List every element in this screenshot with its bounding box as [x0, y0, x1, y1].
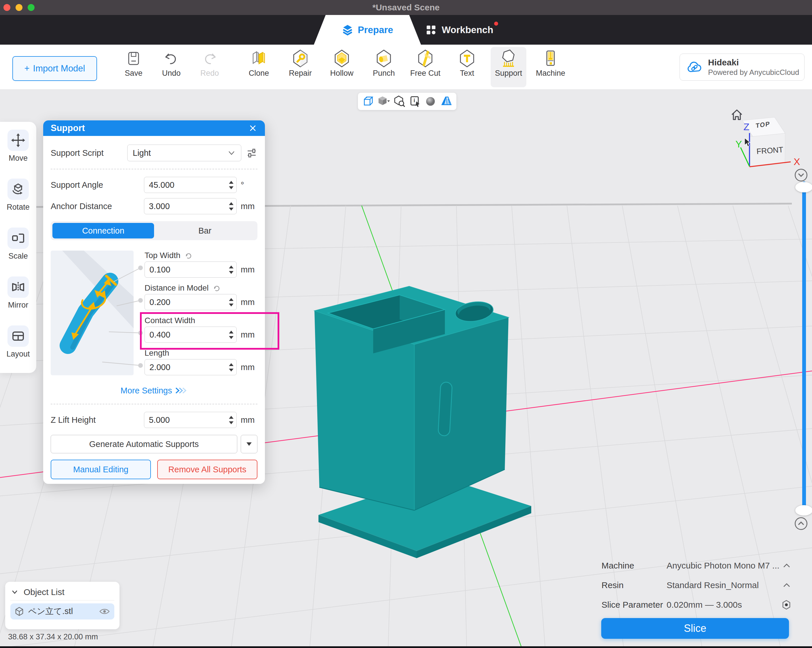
chevron-up-icon — [795, 518, 806, 529]
undo-icon — [162, 49, 180, 68]
text-icon — [458, 49, 476, 68]
sidebar-item-layout[interactable]: Layout — [0, 326, 36, 359]
resin-value: Standard Resin_Normal — [667, 580, 782, 590]
toolbar-undo[interactable]: Undo — [153, 47, 189, 87]
sidebar-item-move[interactable]: Move — [0, 130, 36, 163]
clone-icon — [250, 49, 268, 68]
sidebar-item-scale[interactable]: Scale — [0, 228, 36, 261]
visibility-eye-icon[interactable] — [99, 607, 110, 616]
model-dimensions: 38.68 x 37.34 x 20.00 mm — [8, 633, 98, 641]
free-cut-icon — [416, 49, 435, 68]
window-bottom-edge — [0, 646, 812, 648]
repair-icon — [291, 49, 310, 68]
support-dialog-header[interactable]: Support — [43, 121, 265, 136]
perspective-view-icon[interactable] — [362, 95, 374, 108]
more-settings-link[interactable]: More Settings — [51, 385, 257, 396]
object-list-header[interactable]: Object List — [11, 586, 114, 599]
resin-row[interactable]: Resin Standard Resin_Normal — [601, 579, 792, 591]
toolbar-machine[interactable]: Machine — [533, 47, 568, 87]
toolbar-hollow[interactable]: Hollow — [324, 47, 360, 87]
parameter-settings-icon[interactable] — [781, 600, 792, 610]
sidebar-item-mirror[interactable]: Mirror — [0, 277, 36, 310]
clip-slider-track[interactable] — [802, 182, 806, 515]
generate-options-dropdown[interactable] — [241, 435, 257, 453]
save-icon — [124, 49, 143, 68]
chevron-up-icon — [782, 562, 792, 569]
toolbar-support[interactable]: Support — [491, 47, 527, 87]
anchor-distance-input[interactable]: 3.000 — [144, 198, 237, 214]
model-info-icon[interactable]: i — [409, 95, 421, 108]
top-width-field: Top Width 0.100 mm — [145, 251, 257, 278]
z-lift-height-input[interactable]: 5.000 — [144, 412, 237, 428]
import-model-button[interactable]: + Import Model — [12, 56, 97, 81]
toolbar-clone[interactable]: Clone — [241, 47, 277, 87]
clip-collapse-button[interactable] — [795, 169, 807, 182]
z-lift-height-row: Z Lift Height 5.000 mm — [51, 412, 257, 428]
zoom-to-model-icon[interactable] — [393, 95, 406, 108]
z-lift-height-unit: mm — [237, 415, 257, 425]
spinner-buttons[interactable] — [229, 294, 234, 310]
mouse-cursor — [744, 138, 751, 147]
transparency-view-icon[interactable] — [440, 95, 453, 108]
account-card[interactable]: Hideaki Powered by AnycubicCloud — [679, 53, 804, 81]
zoom-window-button[interactable] — [27, 4, 35, 11]
view-cube-gizmo[interactable]: TOP FRONT Z Y X — [726, 95, 812, 182]
slice-parameter-row[interactable]: Slice Parameter 0.020mm — 3.000s — [601, 599, 792, 611]
tab-workbench[interactable]: Workbench — [426, 15, 493, 44]
redo-icon — [200, 49, 219, 68]
slice-button[interactable]: Slice — [601, 618, 789, 639]
reset-icon[interactable] — [184, 251, 192, 260]
divider — [51, 404, 257, 404]
clip-expand-button[interactable] — [795, 517, 807, 530]
spinner-buttons[interactable] — [229, 359, 234, 375]
spinner-buttons[interactable] — [229, 262, 234, 277]
support-dialog-title: Support — [51, 123, 248, 133]
tab-bar[interactable]: Bar — [154, 223, 256, 238]
material-sphere-icon[interactable] — [424, 95, 437, 108]
spinner-buttons[interactable] — [229, 199, 234, 214]
svg-text:i: i — [414, 97, 415, 103]
machine-label: Machine — [601, 561, 667, 570]
top-width-input[interactable]: 0.100 — [145, 261, 237, 278]
plus-icon: + — [24, 63, 29, 74]
object-list-item[interactable]: ペン立て.stl — [11, 604, 114, 619]
anchor-distance-label: Anchor Distance — [51, 202, 144, 211]
anchor-distance-unit: mm — [237, 202, 257, 211]
tab-connection[interactable]: Connection — [52, 223, 154, 238]
toolbar-save[interactable]: Save — [116, 47, 151, 87]
chevron-up-icon — [782, 582, 792, 589]
sidebar-item-rotate[interactable]: Rotate — [0, 179, 36, 212]
spinner-buttons[interactable] — [229, 177, 234, 193]
resin-label: Resin — [601, 580, 667, 590]
toolbar-free-cut[interactable]: Free Cut — [408, 47, 443, 87]
close-window-button[interactable] — [3, 4, 11, 11]
toolbar-punch[interactable]: Punch — [366, 47, 402, 87]
toolbar-repair[interactable]: Repair — [282, 47, 318, 87]
spinner-buttons[interactable] — [229, 412, 234, 428]
move-icon — [11, 133, 26, 148]
render-mode-icon[interactable] — [377, 95, 390, 108]
minimize-window-button[interactable] — [15, 4, 23, 11]
anycubic-cloud-icon — [686, 61, 703, 74]
support-angle-input[interactable]: 45.000 — [144, 177, 237, 193]
script-settings-icon[interactable] — [246, 147, 257, 159]
support-script-label: Support Script — [51, 148, 127, 158]
generate-supports-button[interactable]: Generate Automatic Supports — [51, 435, 237, 453]
clip-slider-handle-bottom[interactable] — [795, 505, 812, 515]
machine-row[interactable]: Machine Anycubic Photon Mono M7 ... — [601, 560, 792, 572]
toolbar-text[interactable]: Text — [449, 47, 485, 87]
manual-editing-button[interactable]: Manual Editing — [51, 460, 151, 479]
tab-prepare[interactable]: Prepare — [314, 15, 421, 44]
remove-all-supports-button[interactable]: Remove All Supports — [157, 460, 257, 479]
close-icon[interactable] — [248, 124, 257, 133]
support-script-row: Support Script Light — [51, 136, 257, 161]
support-script-select[interactable]: Light — [127, 145, 241, 161]
workbench-grid-icon — [426, 24, 437, 35]
clip-slider-handle-top[interactable] — [795, 182, 812, 193]
length-input[interactable]: 2.000 — [145, 359, 237, 375]
toolbar-redo[interactable]: Redo — [192, 47, 227, 87]
model-pen-holder[interactable] — [314, 286, 531, 558]
object-list-title: Object List — [24, 587, 64, 597]
distance-in-model-input[interactable]: 0.200 — [145, 294, 237, 310]
reset-icon[interactable] — [212, 284, 221, 292]
